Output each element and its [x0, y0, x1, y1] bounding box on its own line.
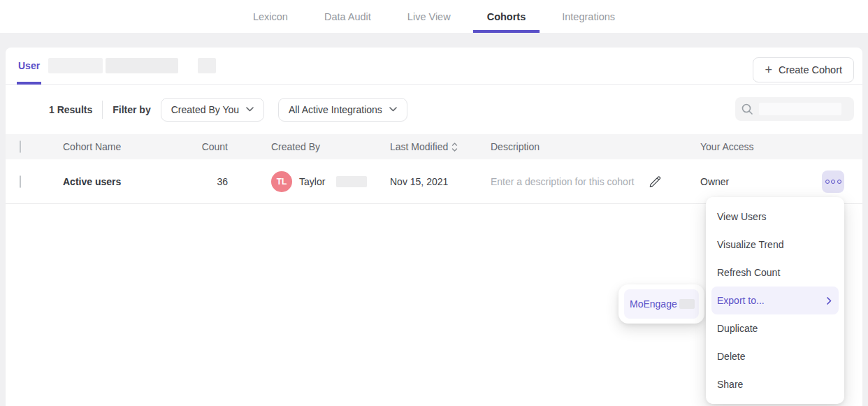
menu-item-visualize-trend[interactable]: Visualize Trend — [706, 231, 844, 259]
integrations-dropdown[interactable]: All Active Integrations — [278, 98, 407, 122]
chevron-down-icon — [389, 107, 397, 112]
redacted-text — [679, 299, 695, 309]
row-context-menu: View Users Visualize Trend Refresh Count… — [706, 197, 844, 404]
search-icon — [741, 103, 753, 115]
created-by-dropdown[interactable]: Created By You — [161, 98, 264, 122]
column-header-count: Count — [201, 141, 228, 152]
submenu-item-moengage[interactable]: MoEngage — [624, 289, 699, 319]
menu-item-view-users[interactable]: View Users — [706, 203, 844, 231]
redacted-text — [48, 58, 103, 73]
description-cell[interactable]: Enter a description for this cohort — [491, 175, 700, 189]
filter-by-label: Filter by — [113, 104, 150, 115]
nav-item-cohorts-label: Cohorts — [487, 11, 526, 22]
column-header-your-access: Your Access — [700, 141, 822, 152]
redacted-tabs — [48, 58, 216, 73]
column-header-cohort-name: Cohort Name — [63, 141, 201, 152]
search-input[interactable] — [735, 97, 854, 121]
row-checkbox[interactable] — [20, 175, 21, 188]
nav-item-cohorts[interactable]: Cohorts — [483, 0, 530, 33]
nav-item-lexicon[interactable]: Lexicon — [249, 0, 292, 33]
dot-icon — [831, 180, 835, 184]
redacted-text — [759, 103, 841, 115]
cohort-type-tabbar: User + Create Cohort — [6, 48, 862, 85]
created-by-cell: TL Taylor — [228, 171, 390, 192]
row-actions-menu-button[interactable] — [822, 171, 844, 193]
nav-item-integrations[interactable]: Integrations — [558, 0, 619, 33]
redacted-text — [198, 58, 216, 73]
chevron-right-icon — [827, 297, 832, 305]
dot-icon — [837, 180, 841, 184]
export-submenu: MoEngage — [619, 284, 704, 324]
redacted-text — [336, 176, 367, 187]
create-cohort-button[interactable]: + Create Cohort — [753, 57, 854, 82]
menu-item-refresh-count[interactable]: Refresh Count — [706, 259, 844, 287]
tab-user-label: User — [18, 60, 40, 71]
redacted-text — [106, 58, 178, 73]
table-header-row: Cohort Name Count Created By Last Modifi… — [6, 134, 862, 159]
plus-icon: + — [765, 64, 772, 76]
menu-item-duplicate[interactable]: Duplicate — [706, 314, 844, 342]
active-tab-underline — [473, 30, 540, 33]
menu-item-delete[interactable]: Delete — [706, 342, 844, 370]
tab-user[interactable]: User — [18, 48, 40, 84]
submenu-item-moengage-label: MoEngage — [630, 298, 677, 310]
nav-item-data-audit[interactable]: Data Audit — [320, 0, 375, 33]
chevron-down-icon — [246, 107, 254, 112]
integrations-dropdown-value: All Active Integrations — [289, 104, 382, 115]
column-header-last-modified[interactable]: Last Modified — [390, 141, 491, 152]
filter-toolbar: 1 Results Filter by Created By You All A… — [6, 85, 862, 134]
column-header-last-modified-label: Last Modified — [390, 141, 448, 152]
edit-pencil-icon[interactable] — [648, 175, 662, 189]
top-navigation: Lexicon Data Audit Live View Cohorts Int… — [0, 0, 868, 33]
create-cohort-label: Create Cohort — [779, 64, 842, 75]
divider — [102, 101, 103, 119]
menu-item-export-to-label: Export to... — [717, 295, 765, 306]
dot-icon — [825, 180, 830, 184]
menu-item-export-to[interactable]: Export to... — [711, 287, 839, 314]
cohort-count: 36 — [201, 176, 228, 187]
select-all-checkbox[interactable] — [20, 140, 21, 153]
last-modified-cell: Nov 15, 2021 — [390, 176, 491, 187]
access-cell: Owner — [700, 176, 822, 187]
description-placeholder: Enter a description for this cohort — [491, 176, 634, 187]
created-by-name: Taylor — [299, 176, 325, 187]
avatar: TL — [271, 171, 292, 192]
sort-icon — [451, 143, 458, 152]
cohort-name[interactable]: Active users — [63, 176, 201, 187]
results-count: 1 Results — [49, 104, 92, 115]
created-by-dropdown-value: Created By You — [171, 104, 239, 115]
column-header-description: Description — [491, 141, 700, 152]
nav-item-live-view[interactable]: Live View — [403, 0, 455, 33]
column-header-created-by: Created By — [228, 141, 390, 152]
menu-item-share[interactable]: Share — [706, 370, 844, 398]
